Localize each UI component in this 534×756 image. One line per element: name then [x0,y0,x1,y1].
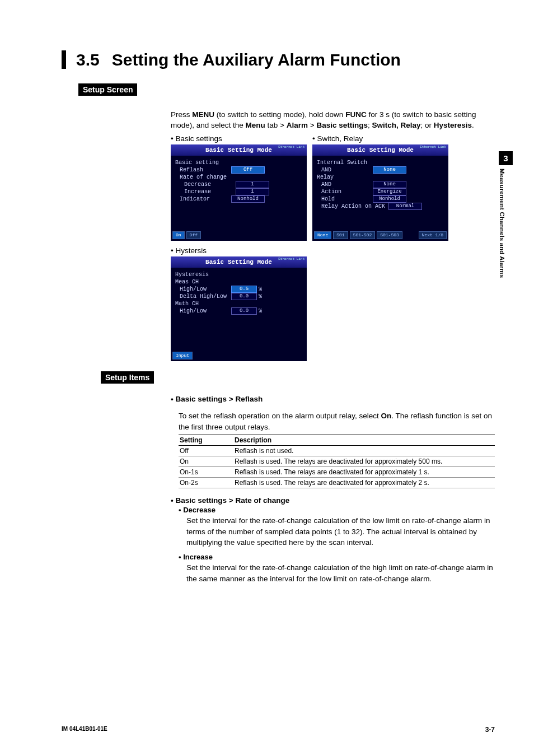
basic-settings-screenshot: • Basic settings Basic Setting Mode Ethe… [171,134,307,241]
page-footer: IM 04L41B01-01E 3-7 [62,726,495,734]
unit-label: % [259,307,262,315]
setup-screen-label: Setup Screen [78,83,137,96]
increase-field[interactable]: 1 [236,188,269,195]
table-row: On-2sReflash is used. The relays are dea… [179,478,495,488]
subgroup-heading: Math CH [175,300,302,307]
field-label: AND [317,166,373,174]
section-number: 3.5 [76,50,100,69]
field-label: Indicator [175,195,231,203]
next-page-button[interactable]: Next 1/8 [419,231,447,239]
group-heading: Relay [317,174,444,181]
input-button[interactable]: Input [172,352,193,360]
s01-s02-button[interactable]: S01-S02 [350,231,376,239]
screen-header: Basic Setting Mode Ethernet Link [312,144,448,156]
section-title: Setting the Auxiliary Alarm Function [112,50,401,69]
table-row: OffReflash is not used. [179,446,495,456]
increase-body: Set the interval for the rate-of-change … [186,562,495,584]
title-accent-bar [62,50,66,69]
relay-ack-field[interactable]: Normal [388,203,422,210]
reflash-body: To set the reflash operation on the alar… [179,410,495,432]
screen-header: Basic Setting Mode Ethernet Link [171,144,307,156]
reflash-heading: Basic settings > Reflash [171,395,495,403]
field-label: Decrease [175,181,236,188]
field-label: AND [317,181,373,188]
page-number: 3-7 [485,726,495,734]
group-heading: Internal Switch [317,159,444,166]
off-button[interactable]: Off [186,231,201,239]
field-label: High/Low [175,286,231,293]
ethernet-link-icon: Ethernet Link [420,145,446,149]
field-label: Delta High/Low [175,293,231,300]
field-label: High/Low [175,307,231,315]
reflash-table: Setting Description OffReflash is not us… [179,435,495,488]
hysteresis-screenshot: • Hystersis Basic Setting Mode Ethernet … [171,246,495,361]
reflash-field[interactable]: Off [231,166,265,174]
field-label: Relay Action on ACK [317,203,388,210]
page-title-row: 3.5 Setting the Auxiliary Alarm Function [62,50,495,69]
ethernet-link-icon: Ethernet Link [278,145,305,149]
setup-screen-intro: Press MENU (to switch to setting mode), … [171,109,495,131]
table-header: Setting [179,435,233,446]
field-label: Rate of change [175,174,231,181]
s01-button[interactable]: S01 [333,231,348,239]
unit-label: % [259,293,262,300]
on-button[interactable]: On [172,231,185,239]
table-header: Description [233,435,495,446]
field-label: Hold [317,195,373,203]
screen-header: Basic Setting Mode Ethernet Link [171,256,307,268]
switch-and-field[interactable]: None [373,166,406,174]
chapter-side-tab: 3 Measurement Channels and Alarms [499,151,514,278]
relay-and-field[interactable]: None [373,181,406,188]
increase-title: Increase [179,553,495,561]
table-row: On-1sReflash is used. The relays are dea… [179,467,495,478]
indicator-field[interactable]: Nonhold [231,195,265,203]
relay-hold-field[interactable]: Nonhold [373,195,406,203]
table-row: OnReflash is used. The relays are deacti… [179,456,495,467]
math-highlow-field[interactable]: 0.0 [231,307,257,315]
chapter-number-badge: 3 [499,151,513,165]
none-button[interactable]: None [314,231,331,239]
s01-s03-button[interactable]: S01-S03 [377,231,402,239]
subgroup-heading: Meas CH [175,278,302,286]
decrease-body: Set the interval for the rate-of-change … [186,515,495,548]
decrease-title: Decrease [179,506,495,514]
unit-label: % [259,286,262,293]
hyst-caption: • Hystersis [171,246,495,255]
group-heading: Basic setting [175,159,302,166]
decrease-field[interactable]: 1 [236,181,269,188]
meas-delta-field[interactable]: 0.0 [231,293,257,300]
basic-caption: • Basic settings [171,134,307,143]
switch-caption: • Switch, Relay [312,134,448,143]
field-label: Reflash [175,166,231,174]
switch-relay-screenshot: • Switch, Relay Basic Setting Mode Ether… [312,134,448,241]
setup-items-label: Setup Items [101,371,154,384]
group-heading: Hysteresis [175,271,302,278]
meas-highlow-field[interactable]: 0.5 [231,286,257,293]
doc-id: IM 04L41B01-01E [62,726,107,734]
field-label: Increase [175,188,236,195]
field-label: Action [317,188,373,195]
rate-of-change-heading: Basic settings > Rate of change [171,496,495,505]
relay-action-field[interactable]: Energize [373,188,406,195]
chapter-side-title: Measurement Channels and Alarms [499,169,505,278]
ethernet-link-icon: Ethernet Link [278,257,305,261]
